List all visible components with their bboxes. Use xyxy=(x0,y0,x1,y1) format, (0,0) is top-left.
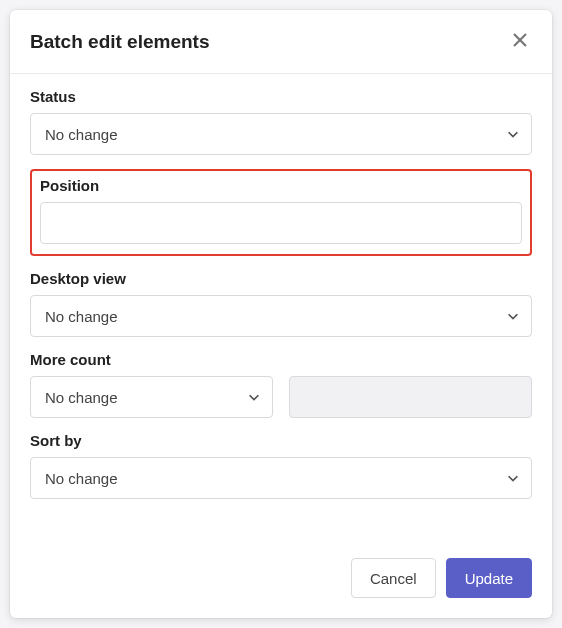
status-group: Status No change xyxy=(30,88,532,155)
sort-by-select[interactable]: No change xyxy=(30,457,532,499)
desktop-view-label: Desktop view xyxy=(30,270,532,287)
more-count-row: No change xyxy=(30,376,532,418)
modal-footer: Cancel Update xyxy=(10,544,552,618)
status-label: Status xyxy=(30,88,532,105)
desktop-view-group: Desktop view No change xyxy=(30,270,532,337)
close-button[interactable] xyxy=(508,28,532,55)
modal-header: Batch edit elements xyxy=(10,10,552,74)
modal-title: Batch edit elements xyxy=(30,31,210,53)
close-icon xyxy=(512,32,528,51)
sort-by-label: Sort by xyxy=(30,432,532,449)
more-count-select[interactable]: No change xyxy=(30,376,273,418)
cancel-button[interactable]: Cancel xyxy=(351,558,436,598)
more-count-extra-input xyxy=(289,376,532,418)
status-select[interactable]: No change xyxy=(30,113,532,155)
sort-by-select-wrap: No change xyxy=(30,457,532,499)
status-select-wrap: No change xyxy=(30,113,532,155)
more-count-extra-wrap xyxy=(289,376,532,418)
more-count-select-wrap: No change xyxy=(30,376,273,418)
modal-body: Status No change Position Desktop view N… xyxy=(10,74,552,544)
update-button[interactable]: Update xyxy=(446,558,532,598)
position-input[interactable] xyxy=(40,202,522,244)
batch-edit-modal: Batch edit elements Status No change Pos… xyxy=(10,10,552,618)
position-group-highlight: Position xyxy=(30,169,532,256)
desktop-view-select[interactable]: No change xyxy=(30,295,532,337)
more-count-group: More count No change xyxy=(30,351,532,418)
desktop-view-select-wrap: No change xyxy=(30,295,532,337)
position-label: Position xyxy=(40,177,522,194)
sort-by-group: Sort by No change xyxy=(30,432,532,499)
more-count-label: More count xyxy=(30,351,532,368)
